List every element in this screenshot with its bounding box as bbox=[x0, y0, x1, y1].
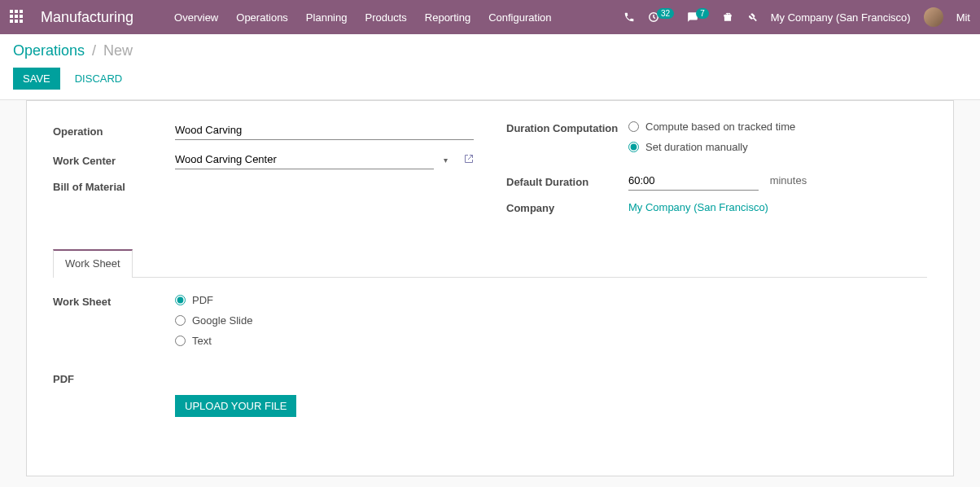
worksheet-option-slide[interactable]: Google Slide bbox=[175, 314, 474, 327]
radio-manual[interactable] bbox=[628, 142, 639, 152]
menu-overview[interactable]: Overview bbox=[174, 11, 218, 24]
workcenter-label: Work Center bbox=[53, 153, 175, 167]
workcenter-dropdown-caret[interactable]: ▾ bbox=[440, 156, 451, 165]
pdf-label: PDF bbox=[53, 371, 175, 385]
avatar[interactable] bbox=[924, 7, 943, 27]
menu-products[interactable]: Products bbox=[365, 11, 406, 24]
company-switcher[interactable]: My Company (San Francisco) bbox=[771, 11, 911, 24]
duration-option-tracked[interactable]: Compute based on tracked time bbox=[628, 121, 927, 133]
company-value[interactable]: My Company (San Francisco) bbox=[628, 201, 768, 213]
duration-option-manual[interactable]: Set duration manually bbox=[628, 141, 927, 153]
default-duration-label: Default Duration bbox=[506, 174, 628, 188]
workcenter-external-link-icon[interactable] bbox=[464, 154, 474, 166]
activity-badge: 32 bbox=[657, 8, 674, 19]
radio-manual-label: Set duration manually bbox=[645, 141, 748, 153]
worksheet-option-text[interactable]: Text bbox=[175, 335, 474, 347]
control-bar: Operations / New SAVE DISCARD bbox=[0, 34, 980, 100]
bom-label: Bill of Material bbox=[53, 179, 175, 193]
radio-tracked-label: Compute based on tracked time bbox=[645, 121, 795, 133]
menu-configuration[interactable]: Configuration bbox=[488, 11, 551, 24]
main-menu: Overview Operations Planning Products Re… bbox=[174, 11, 551, 24]
default-duration-input[interactable] bbox=[628, 171, 759, 191]
breadcrumb-separator: / bbox=[92, 42, 96, 59]
company-label: Company bbox=[506, 200, 628, 214]
radio-text[interactable] bbox=[175, 336, 186, 346]
form-right-column: Duration Computation Compute based on tr… bbox=[506, 121, 927, 224]
menu-reporting[interactable]: Reporting bbox=[425, 11, 470, 24]
form-sheet: Operation Work Center ▾ bbox=[26, 100, 954, 476]
worksheet-option-pdf[interactable]: PDF bbox=[175, 294, 474, 306]
worksheet-type-label: Work Sheet bbox=[53, 294, 175, 308]
apps-icon[interactable] bbox=[10, 10, 24, 24]
radio-pdf-label: PDF bbox=[192, 294, 213, 306]
default-duration-unit: minutes bbox=[770, 174, 807, 186]
app-brand[interactable]: Manufacturing bbox=[41, 9, 133, 26]
tab-worksheet-content: Work Sheet PDF Google Slide bbox=[53, 278, 927, 443]
radio-slide[interactable] bbox=[175, 315, 186, 326]
menu-operations[interactable]: Operations bbox=[236, 11, 288, 24]
username[interactable]: Mit bbox=[956, 11, 970, 24]
radio-pdf[interactable] bbox=[175, 295, 186, 305]
radio-tracked[interactable] bbox=[628, 121, 639, 132]
phone-icon[interactable] bbox=[623, 11, 635, 23]
workcenter-input[interactable] bbox=[175, 150, 434, 169]
top-navbar: Manufacturing Overview Operations Planni… bbox=[0, 0, 980, 34]
messages-badge: 7 bbox=[696, 8, 709, 19]
breadcrumb: Operations / New bbox=[13, 42, 967, 59]
action-buttons: SAVE DISCARD bbox=[13, 68, 967, 90]
breadcrumb-parent[interactable]: Operations bbox=[13, 42, 85, 59]
save-button[interactable]: SAVE bbox=[13, 68, 60, 90]
tab-worksheet[interactable]: Work Sheet bbox=[53, 249, 133, 278]
messages-icon[interactable]: 7 bbox=[687, 11, 709, 23]
menu-planning[interactable]: Planning bbox=[306, 11, 348, 24]
breadcrumb-current: New bbox=[103, 42, 133, 59]
operation-input[interactable] bbox=[175, 121, 474, 140]
navbar-right: 32 7 My Company (San Francisco) Mit bbox=[623, 7, 970, 27]
discard-button[interactable]: DISCARD bbox=[75, 72, 123, 85]
form-left-column: Operation Work Center ▾ bbox=[53, 121, 474, 224]
tools-icon[interactable] bbox=[746, 11, 758, 23]
upload-file-button[interactable]: UPLOAD YOUR FILE bbox=[175, 395, 296, 417]
radio-slide-label: Google Slide bbox=[192, 314, 252, 327]
notebook-tabs: Work Sheet bbox=[53, 248, 927, 278]
gift-icon[interactable] bbox=[722, 11, 733, 23]
activity-icon[interactable]: 32 bbox=[648, 11, 674, 23]
radio-text-label: Text bbox=[192, 335, 212, 347]
operation-label: Operation bbox=[53, 124, 175, 138]
duration-computation-label: Duration Computation bbox=[506, 121, 628, 134]
